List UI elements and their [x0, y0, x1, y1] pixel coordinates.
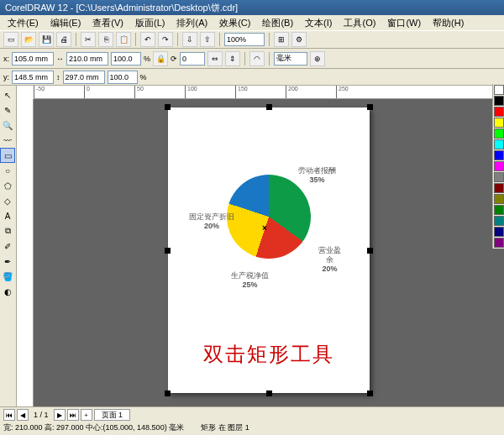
menu-item[interactable]: 帮助(H) [428, 16, 468, 29]
scale-y-field[interactable] [108, 71, 138, 84]
pie-body [227, 175, 311, 259]
height-field[interactable] [63, 71, 105, 84]
shape-tool-icon[interactable]: ✎ [0, 102, 15, 118]
label-red: 营业盈余 20% [315, 246, 344, 273]
color-swatch[interactable] [494, 194, 504, 204]
mirror-v-icon[interactable]: ⇕ [225, 51, 240, 66]
menu-item[interactable]: 绘图(B) [258, 16, 297, 29]
interactive-fill-icon[interactable]: ◐ [0, 284, 15, 299]
color-swatch[interactable] [494, 161, 504, 171]
selection-handle[interactable] [367, 104, 373, 110]
selection-handle[interactable] [165, 390, 171, 396]
blend-tool-icon[interactable]: ⧉ [0, 223, 15, 238]
pos-y-field[interactable] [12, 71, 54, 84]
scale-x-field[interactable] [111, 52, 141, 66]
color-swatch[interactable] [494, 150, 504, 160]
rectangle-tool-icon[interactable]: ▭ [0, 148, 15, 163]
import-icon[interactable]: ⇩ [182, 32, 197, 47]
standard-toolbar: ▭ 📂 💾 🖨 ✂ ⎘ 📋 ↶ ↷ ⇩ ⇧ ⊞ ⚙ [0, 30, 504, 49]
selection-handle[interactable] [367, 390, 373, 396]
label-blue: 固定资产折旧 20% [189, 212, 234, 231]
last-page-icon[interactable]: ⏭ [67, 409, 79, 421]
menu-item[interactable]: 工具(O) [339, 16, 380, 29]
color-swatch[interactable] [494, 238, 504, 248]
pos-x-field[interactable] [12, 52, 54, 66]
eyedropper-tool-icon[interactable]: ✐ [0, 238, 15, 254]
menu-item[interactable]: 编辑(E) [46, 16, 86, 29]
toolbox: ↖ ✎ 🔍 〰 ▭ ○ ⬠ ◇ A ⧉ ✐ ✒ 🪣 ◐ [0, 86, 17, 422]
menu-item[interactable]: 文本(I) [301, 16, 336, 29]
rotation-field[interactable] [180, 52, 205, 66]
pick-tool-icon[interactable]: ↖ [0, 87, 15, 102]
title-bar: CorelDRAW 12 - [C:\Users\Administrator\D… [0, 0, 504, 15]
color-swatch[interactable] [494, 227, 504, 237]
units-combo[interactable] [274, 52, 307, 66]
ruler-vertical [17, 99, 34, 422]
save-icon[interactable]: 💾 [39, 32, 54, 47]
selection-handle[interactable] [266, 104, 272, 110]
selection-handle[interactable] [266, 390, 272, 396]
color-swatch[interactable] [494, 172, 504, 182]
status-bar: ⏮ ◀ 1 / 1 ▶ ⏭ + 页面 1 宽: 210.000 高: 297.0… [0, 406, 504, 435]
selection-handle[interactable] [165, 104, 171, 110]
status-selection: 矩形 在 图层 1 [201, 422, 249, 433]
color-swatch[interactable] [494, 128, 504, 139]
undo-icon[interactable]: ↶ [140, 32, 155, 47]
property-bar-2: y: ↕ % [0, 69, 504, 86]
mirror-h-icon[interactable]: ⇔ [207, 51, 223, 66]
freehand-tool-icon[interactable]: 〰 [0, 133, 15, 148]
color-swatch[interactable] [494, 139, 504, 149]
print-icon[interactable]: 🖨 [56, 32, 71, 47]
menu-bar: 文件(E)编辑(E)查看(V)版面(L)排列(A)效果(C)绘图(B)文本(I)… [0, 15, 504, 30]
ellipse-tool-icon[interactable]: ○ [0, 163, 15, 178]
app-title: CorelDRAW 12 - [C:\Users\Administrator\D… [5, 2, 238, 14]
prev-page-icon[interactable]: ◀ [17, 409, 29, 421]
color-swatch[interactable] [494, 85, 504, 95]
paste-icon[interactable]: 📋 [116, 32, 131, 47]
label-green: 劳动者报酬 35% [298, 166, 336, 185]
color-swatch[interactable] [494, 96, 504, 106]
color-swatch[interactable] [494, 216, 504, 226]
menu-item[interactable]: 查看(V) [88, 16, 128, 29]
redo-icon[interactable]: ↷ [158, 32, 173, 47]
canvas-area[interactable]: -50050100150200250 × 劳动者报酬 35% [17, 86, 504, 422]
menu-item[interactable]: 文件(E) [3, 16, 43, 29]
color-swatch[interactable] [494, 118, 504, 128]
zoom-tool-icon[interactable]: 🔍 [0, 118, 15, 133]
lock-ratio-icon[interactable]: 🔒 [153, 51, 168, 66]
property-bar: x: ↔ % 🔒 ⟳ ⇔ ⇕ ◠ ⊕ [0, 49, 504, 69]
menu-item[interactable]: 窗口(W) [383, 16, 425, 29]
page-rectangle[interactable]: × 劳动者报酬 35% 营业盈余 20% 生产税净值 25% [168, 107, 370, 393]
page-count: 1 / 1 [30, 411, 52, 419]
page-tab[interactable]: 页面 1 [94, 409, 131, 421]
new-icon[interactable]: ▭ [3, 32, 18, 47]
fill-tool-icon[interactable]: 🪣 [0, 269, 15, 284]
selection-handle[interactable] [165, 248, 171, 254]
polygon-tool-icon[interactable]: ⬠ [0, 178, 15, 193]
nudge-icon[interactable]: ⊕ [310, 51, 325, 66]
export-icon[interactable]: ⇧ [200, 32, 215, 47]
corner-icon[interactable]: ◠ [249, 51, 265, 66]
width-field[interactable] [66, 52, 108, 66]
basic-shapes-icon[interactable]: ◇ [0, 193, 15, 208]
workspace[interactable]: × 劳动者报酬 35% 营业盈余 20% 生产税净值 25% [34, 99, 504, 422]
color-swatch[interactable] [494, 205, 504, 215]
color-swatch[interactable] [494, 183, 504, 193]
cut-icon[interactable]: ✂ [81, 32, 96, 47]
menu-item[interactable]: 效果(C) [215, 16, 255, 29]
first-page-icon[interactable]: ⏮ [3, 409, 15, 421]
open-icon[interactable]: 📂 [21, 32, 36, 47]
next-page-icon[interactable]: ▶ [54, 409, 66, 421]
color-swatch[interactable] [494, 107, 504, 117]
options-icon[interactable]: ⚙ [291, 32, 307, 47]
copy-icon[interactable]: ⎘ [98, 32, 113, 47]
add-page-icon[interactable]: + [81, 409, 92, 421]
menu-item[interactable]: 排列(A) [172, 16, 212, 29]
menu-item[interactable]: 版面(L) [131, 16, 169, 29]
text-tool-icon[interactable]: A [0, 208, 15, 223]
pie-chart: 劳动者报酬 35% 营业盈余 20% 生产税净值 25% 固定资产折旧 20% [193, 149, 344, 301]
outline-tool-icon[interactable]: ✒ [0, 254, 15, 269]
zoom-combo[interactable] [224, 33, 265, 46]
snap-icon[interactable]: ⊞ [274, 32, 289, 47]
selection-handle[interactable] [367, 248, 373, 254]
